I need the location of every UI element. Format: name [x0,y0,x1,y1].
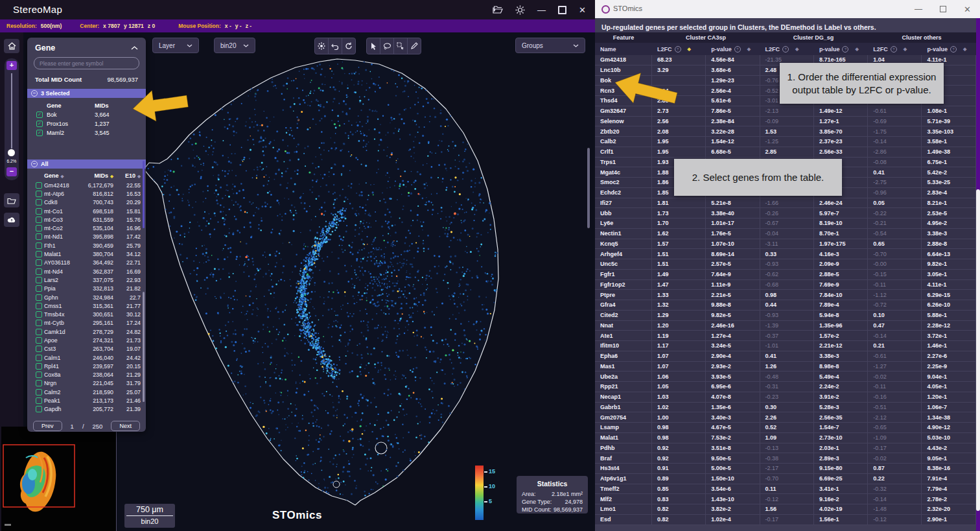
close-icon[interactable]: ✕ [579,6,586,14]
checkbox-icon[interactable] [36,397,42,404]
checkbox-icon[interactable] [36,363,42,370]
checkbox-icon[interactable] [36,268,42,275]
gene-list-row[interactable]: Calm1246,04024.42 [27,353,146,362]
zoom-slider-handle[interactable] [8,149,15,156]
checkbox-icon[interactable] [36,285,42,292]
sort-icon[interactable]: ◆ [855,47,858,52]
help-icon[interactable]: ? [782,46,789,53]
column-header-l2fc[interactable]: L2FC?◆ [868,43,922,55]
layers-folder-button[interactable] [4,193,19,207]
checkbox-icon[interactable] [36,329,42,335]
table-row[interactable]: Ly6e1.701.01e-17-0.678.19e-10-0.214.95e-… [595,218,976,229]
selected-gene-row[interactable]: ✓Bok3,664 [27,110,146,119]
gene-panel-header[interactable]: Gene [27,38,146,57]
table-row[interactable]: Unc5c1.512.57e-5-0.932.09e-9-0.009.82e-1 [595,259,976,270]
refresh-button[interactable] [342,38,355,54]
checkbox-icon[interactable] [36,277,42,283]
list-scrollbar[interactable] [143,292,145,402]
table-row[interactable]: Fgfr1op21.471.11e-9-0.687.69e-9-0.114.11… [595,280,976,290]
prev-page-button[interactable]: Prev [33,421,62,431]
collapse-icon[interactable] [31,90,38,97]
table-row[interactable]: Ifitm101.173.24e-5-1.012.21e-120.211.46e… [595,341,976,351]
gene-list-row[interactable]: mt-Atp6816,81216.53 [27,189,146,198]
gene-list-row[interactable]: Gm424186,172,67922.55 [27,181,146,189]
checkbox-icon[interactable] [36,389,42,395]
minimize-icon[interactable]: — [915,5,922,14]
table-row[interactable]: Ate11.191.27e-4-0.371.57e-2-0.143.72e-1 [595,331,976,341]
settings-button[interactable] [315,38,329,54]
home-button[interactable] [4,39,19,53]
table-row[interactable]: Arhgef41.518.69e-140.334.16e-3-0.706.64e… [595,249,976,259]
table-row[interactable]: Selenow2.562.38e-84-0.091.27e-1-0.695.71… [595,117,976,127]
open-file-icon[interactable] [493,5,503,14]
table-row[interactable]: Hs3st40.915.00e-5-2.179.15e-800.878.38e-… [595,464,976,474]
checkbox-icon[interactable] [36,303,42,309]
gene-list-row[interactable]: mt-Cytb295,16117.24 [27,319,146,327]
all-col-gene[interactable]: Gene◆ [44,172,76,179]
checkbox-icon[interactable] [36,406,42,412]
chevron-up-icon[interactable] [131,46,138,50]
gene-list-row[interactable]: mt-Co2535,10416.96 [27,224,146,232]
help-icon[interactable]: ? [842,46,848,53]
gene-list-row[interactable]: Apoe274,32121.73 [27,336,146,344]
table-row[interactable]: Calb21.951.54e-12-1.252.37e-23-0.143.58e… [595,137,976,147]
table-row[interactable]: Crlf11.956.68e-52.852.56e-33-2.861.49e-3… [595,147,976,158]
table-row[interactable]: Mas11.072.93e-21.268.98e-8-1.272.25e-9 [595,362,976,372]
close-icon[interactable]: ✕ [964,5,971,14]
bin-dropdown[interactable]: bin20 [214,38,255,53]
checkbox-icon[interactable] [36,294,42,301]
panel-scrollbar[interactable] [143,161,145,228]
help-icon[interactable]: ? [734,46,741,53]
checkbox-icon[interactable] [36,259,42,266]
help-icon[interactable]: ? [891,46,897,53]
checkbox-icon[interactable] [36,208,42,215]
table-row[interactable]: Gabrb11.021.35e-60.305.28e-3-0.511.06e-7 [595,403,976,413]
gene-list-row[interactable]: Cmss1315,36121.77 [27,301,146,310]
checkbox-icon[interactable] [36,346,42,352]
table-row[interactable]: Mlf20.831.43e-10-0.129.16e-2-0.142.78e-2 [595,494,976,504]
table-row[interactable]: Epha61.072.90e-40.413.38e-3-0.612.27e-6 [595,351,976,362]
gene-list-row[interactable]: Calm2218,59025.07 [27,388,146,396]
gene-list-row[interactable]: AY036118364,49222.71 [27,259,146,267]
checkbox-checked-icon[interactable]: ✓ [36,112,43,118]
gene-search-input[interactable]: Please enter gene symbol [34,57,139,69]
selected-gene-row[interactable]: ✓Prox1os1,237 [27,119,146,128]
gene-list-row[interactable]: Nrgn221,04531.79 [27,379,146,388]
checkbox-icon[interactable] [36,311,42,318]
checkbox-icon[interactable] [36,320,42,326]
gene-list-row[interactable]: mt-Nd1395,89817.42 [27,233,146,241]
all-col-mids[interactable]: MIDs◆ [76,172,113,179]
sort-icon[interactable]: ◆ [904,47,907,52]
column-header-l2fc[interactable]: L2FC?◆ [760,43,814,55]
groups-dropdown[interactable]: Groups [515,38,585,53]
sort-icon[interactable]: ◆ [688,47,691,52]
gene-list-row[interactable]: mt-Co1698,51815.81 [27,207,146,215]
sort-icon[interactable]: ◆ [747,47,751,52]
column-header-name[interactable]: Name [595,43,652,55]
checkbox-icon[interactable] [36,182,42,189]
settings-gear-icon[interactable] [515,5,525,15]
table-row[interactable]: Pdhb0.923.51e-8-0.132.03e-1-0.174.43e-2 [595,443,976,454]
selected-gene-row[interactable]: ✓Maml23,545 [27,128,146,137]
checkbox-checked-icon[interactable]: ✓ [36,121,43,127]
table-row[interactable]: Zbtb202.083.22e-281.533.85e-70-1.753.35e… [595,126,976,137]
gene-list-row[interactable]: Tmsb4x300,65130.12 [27,310,146,318]
checkbox-icon[interactable] [36,372,42,378]
table-row[interactable]: Lmo10.823.82e-21.564.02e-19-1.482.32e-20 [595,504,976,515]
zoom-slider-track[interactable] [11,73,12,148]
gene-list-row[interactable]: Peak1213,17321.46 [27,396,146,405]
sort-icon[interactable]: ◆ [795,47,799,52]
table-row[interactable]: Ubb1.733.38e-40-0.265.97e-7-0.222.53e-5 [595,208,976,218]
zoom-in-button[interactable]: + [6,61,17,70]
checkbox-icon[interactable] [36,233,42,240]
gene-list-row[interactable]: Fth1390,45925.79 [27,241,146,250]
gene-list-row[interactable]: Ppia332,81321.82 [27,285,146,293]
column-header-l2fc[interactable]: L2FC?◆ [652,43,706,55]
table-row[interactable]: Kcnq51.571.07e-10-3.111.97e-1750.652.88e… [595,239,976,250]
table-row[interactable]: Malat10.987.53e-21.092.73e-10-1.095.03e-… [595,433,976,443]
minimize-icon[interactable]: — [537,6,546,14]
table-scrollbar[interactable] [976,18,980,531]
table-row[interactable]: Tmeff20.853.54e-60.113.41e-1-0.327.79e-4 [595,484,976,495]
checkbox-icon[interactable] [36,355,42,361]
export-cloud-button[interactable] [4,213,19,227]
